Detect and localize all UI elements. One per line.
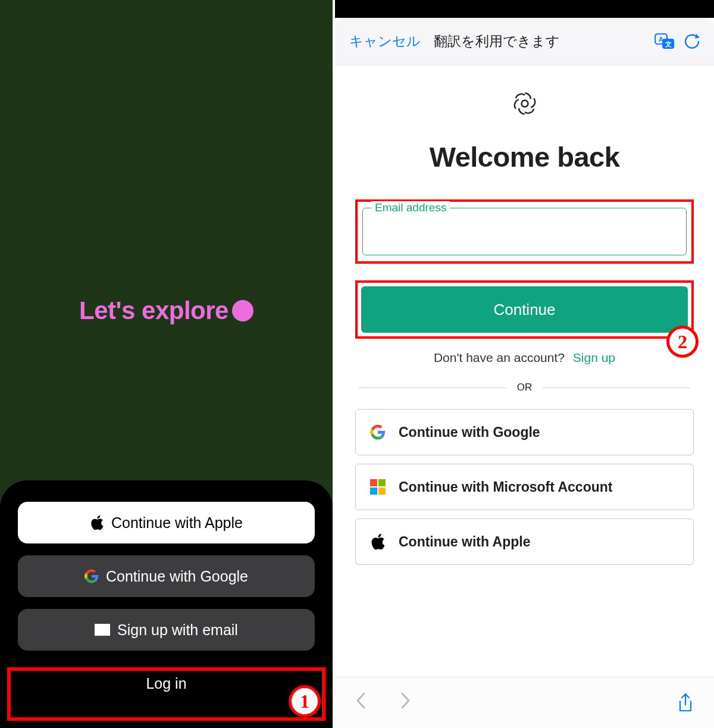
email-icon bbox=[95, 624, 110, 636]
continue-button[interactable]: Continue bbox=[361, 286, 688, 333]
annotation-box-continue: Continue 2 bbox=[355, 280, 694, 339]
google-icon bbox=[369, 424, 387, 440]
oauth-apple-label: Continue with Apple bbox=[399, 534, 680, 549]
continue-with-apple-button[interactable]: Continue with Apple bbox=[18, 502, 315, 543]
safari-bottom-bar bbox=[335, 677, 714, 728]
annotation-number-1: 1 bbox=[300, 690, 309, 713]
logo-row bbox=[352, 65, 697, 140]
refresh-icon[interactable] bbox=[684, 34, 700, 49]
sign-up-with-email-label: Sign up with email bbox=[117, 621, 238, 639]
annotation-badge-2: 2 bbox=[666, 326, 699, 358]
svg-rect-7 bbox=[378, 479, 386, 486]
continue-with-apple-label: Continue with Apple bbox=[111, 514, 243, 532]
translate-icon[interactable]: A文 bbox=[654, 33, 675, 50]
svg-rect-6 bbox=[370, 479, 377, 486]
welcome-heading: Welcome back bbox=[352, 140, 697, 173]
or-line-left bbox=[359, 388, 506, 388]
continue-with-google-button[interactable]: Continue with Google bbox=[355, 409, 694, 455]
continue-label: Continue bbox=[493, 301, 555, 318]
cancel-button[interactable]: キャンセル bbox=[349, 32, 421, 51]
forward-icon[interactable] bbox=[400, 692, 411, 714]
continue-with-apple-button[interactable]: Continue with Apple bbox=[355, 518, 694, 565]
login-page-body: Welcome back Email address Continue 2 bbox=[335, 65, 714, 677]
sign-up-with-email-button[interactable]: Sign up with email bbox=[18, 609, 315, 651]
oauth-microsoft-label: Continue with Microsoft Account bbox=[399, 479, 680, 495]
signup-row: Don't have an account? Sign up bbox=[355, 351, 694, 365]
email-field-box: Email address bbox=[362, 208, 687, 255]
continue-with-microsoft-button[interactable]: Continue with Microsoft Account bbox=[355, 464, 694, 510]
left-screenshot: Let's explore Continue with Apple Contin… bbox=[0, 0, 333, 728]
or-text: OR bbox=[517, 382, 533, 393]
safari-toolbar: キャンセル 翻訳を利用できます A文 bbox=[335, 18, 714, 65]
apple-icon bbox=[90, 515, 104, 530]
svg-rect-9 bbox=[378, 488, 386, 495]
hero-dot-icon bbox=[232, 300, 253, 321]
back-icon[interactable] bbox=[355, 692, 366, 714]
sign-up-link[interactable]: Sign up bbox=[573, 351, 615, 364]
openai-logo-icon bbox=[512, 90, 538, 117]
annotation-badge-1: 1 bbox=[289, 685, 321, 717]
status-bar-spacer bbox=[335, 0, 714, 18]
microsoft-icon bbox=[369, 479, 387, 495]
google-icon bbox=[84, 569, 99, 583]
log-in-button[interactable]: Log in bbox=[18, 663, 315, 704]
toolbar-message: 翻訳を利用できます bbox=[430, 32, 645, 51]
svg-rect-8 bbox=[370, 488, 377, 495]
apple-icon bbox=[369, 533, 387, 550]
annotation-box-email: Email address bbox=[355, 199, 694, 264]
or-line-right bbox=[543, 388, 690, 388]
share-icon[interactable] bbox=[677, 693, 694, 713]
right-screenshot: キャンセル 翻訳を利用できます A文 Welcome back Email ad… bbox=[335, 0, 714, 728]
log-in-label: Log in bbox=[146, 675, 186, 692]
no-account-text: Don't have an account? bbox=[434, 351, 565, 364]
annotation-number-2: 2 bbox=[678, 331, 687, 353]
auth-sheet: Continue with Apple Continue with Google… bbox=[0, 480, 333, 728]
or-divider: OR bbox=[355, 382, 694, 393]
email-input[interactable] bbox=[363, 208, 686, 255]
login-form: Email address Continue 2 Don't have an a… bbox=[352, 199, 697, 565]
hero-text-label: Let's explore bbox=[79, 296, 228, 325]
oauth-google-label: Continue with Google bbox=[399, 424, 680, 440]
hero-text: Let's explore bbox=[79, 296, 253, 325]
continue-with-google-button[interactable]: Continue with Google bbox=[18, 555, 315, 597]
svg-text:文: 文 bbox=[665, 40, 672, 48]
svg-point-5 bbox=[521, 101, 528, 107]
continue-with-google-label: Continue with Google bbox=[106, 568, 248, 585]
